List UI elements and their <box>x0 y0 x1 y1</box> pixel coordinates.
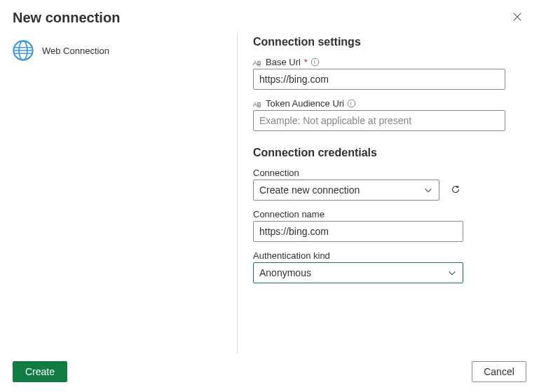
text-type-icon: ABC <box>253 99 263 109</box>
token-audience-label: Token Audience Uri <box>266 98 344 109</box>
credentials-heading: Connection credentials <box>253 147 526 159</box>
auth-kind-select[interactable]: Anonymous <box>253 262 463 283</box>
connection-type-list: Web Connection <box>8 32 238 354</box>
token-audience-input[interactable] <box>253 110 505 131</box>
create-button[interactable]: Create <box>13 361 67 382</box>
auth-kind-label: Authentication kind <box>253 250 526 261</box>
dialog-title: New connection <box>13 10 120 26</box>
info-icon[interactable]: i <box>311 58 320 67</box>
auth-kind-value: Anonymous <box>259 267 311 278</box>
chevron-down-icon <box>447 268 457 278</box>
dialog-body: Web Connection Connection settings ABC B… <box>0 32 539 354</box>
text-type-icon: ABC <box>253 58 263 67</box>
cancel-button[interactable]: Cancel <box>472 361 526 382</box>
connection-type-web[interactable]: Web Connection <box>8 34 237 67</box>
new-connection-dialog: New connection Web Connection Connection… <box>0 0 539 392</box>
field-auth-kind: Authentication kind Anonymous <box>253 250 526 283</box>
required-asterisk: * <box>304 57 308 67</box>
base-url-label-row: ABC Base Url * i <box>253 57 505 67</box>
connection-type-label: Web Connection <box>42 46 109 56</box>
svg-text:i: i <box>314 59 315 65</box>
connection-select[interactable]: Create new connection <box>253 180 439 201</box>
svg-text:i: i <box>350 100 352 107</box>
connection-select-value: Create new connection <box>259 184 360 196</box>
field-base-url: ABC Base Url * i <box>253 57 505 90</box>
connection-name-input[interactable] <box>253 221 463 242</box>
field-connection-name: Connection name <box>253 209 526 242</box>
svg-text:C: C <box>257 104 261 109</box>
field-connection: Connection Create new connection <box>253 168 526 201</box>
form-area: Connection settings ABC Base Url * i ABC… <box>238 32 526 354</box>
base-url-input[interactable] <box>253 69 505 90</box>
chevron-down-icon <box>423 185 433 195</box>
globe-icon <box>11 39 35 62</box>
info-icon[interactable]: i <box>347 99 356 108</box>
token-audience-label-row: ABC Token Audience Uri i <box>253 98 505 109</box>
connection-name-label: Connection name <box>253 209 526 219</box>
field-token-audience: ABC Token Audience Uri i <box>253 98 505 131</box>
dialog-header: New connection <box>0 0 539 32</box>
svg-text:C: C <box>257 62 261 67</box>
close-icon <box>512 12 522 22</box>
refresh-connections-button[interactable] <box>448 182 463 199</box>
dialog-footer: Create Cancel <box>0 354 539 392</box>
settings-heading: Connection settings <box>253 36 526 48</box>
close-button[interactable] <box>508 10 526 25</box>
connection-label: Connection <box>253 168 526 178</box>
base-url-label: Base Url <box>266 57 301 67</box>
refresh-icon <box>451 184 460 194</box>
